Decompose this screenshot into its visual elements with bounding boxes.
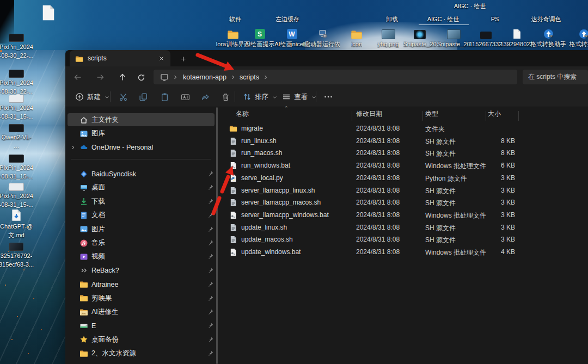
sidebar-item-图片[interactable]: 图片 [65,223,218,236]
desktop-icon-PixPin_2024[interactable]: PixPin_2024-08-31_15-... [0,183,35,208]
address-bar[interactable]: kotaemon-appscripts [154,70,517,84]
view-button[interactable]: 查看 [279,90,320,104]
sidebar-item-E[interactable]: E [65,319,218,332]
file-type: SH 源文件 [425,187,456,196]
tab-close-icon[interactable] [158,55,165,62]
file-row-serve_local.py[interactable]: serve_local.py2024/8/31 8:08Python 源文件3 … [218,172,523,184]
share-button[interactable] [198,90,213,104]
sidebar-item-AI进修生[interactable]: AI进修生 [65,305,218,319]
sidebar-item-ReBack?[interactable]: ReBack? [65,264,218,277]
sidebar-item-视频[interactable]: 视频 [65,250,218,263]
breadcrumb-item-kotaemon-app[interactable]: kotaemon-app [180,72,230,82]
file-row-run_macos.sh[interactable]: run_macos.sh2024/8/31 8:08SH 源文件8 KB [218,147,523,159]
more-options-button[interactable] [320,90,336,104]
cut-button[interactable] [115,90,131,104]
desktop-icon-PixPin_2024[interactable]: PixPin_2024-08-31_15-... [0,95,35,120]
sidebar-item-BaiduSyncdisk[interactable]: BaiduSyncdisk [65,167,218,181]
pin-icon[interactable] [207,170,214,177]
forward-button[interactable] [93,70,107,84]
explorer-content: 主文件夹图库OneDrive - PersonalBaiduSyncdisk桌面… [65,107,588,364]
column-header-size[interactable]: 大小 [488,109,501,119]
file-row-update_linux.sh[interactable]: update_linux.sh2024/8/31 8:08SH 源文件3 KB [218,222,523,234]
pin-icon[interactable] [207,267,214,274]
desktop-icon-325176792-[interactable]: 325176792-815ecf68-3... [0,243,35,268]
desktop-icon-格式转换...[interactable]: ZIP格式转换... [561,27,588,48]
file-size: 3 KB [468,187,515,194]
sidebar-item-音乐[interactable]: 音乐 [65,236,218,250]
sidebar-item-桌面备份[interactable]: 桌面备份 [65,333,218,347]
file-row-run_linux.sh[interactable]: run_linux.sh2024/8/31 8:08SH 源文件8 KB [218,135,523,147]
file-size: 3 KB [468,236,515,243]
breadcrumb-item-scripts[interactable]: scripts [236,72,262,82]
folder-image-icon [79,308,88,317]
pin-icon[interactable] [207,309,214,316]
up-button[interactable] [115,70,130,84]
search-input[interactable]: 在 scripts 中搜索 [523,70,588,84]
pin-icon[interactable] [207,253,214,260]
new-tab-button[interactable] [177,53,189,65]
sidebar-item-文档[interactable]: 文档 [65,208,218,222]
file-row-update_windows.bat[interactable]: update_windows.bat2024/8/31 8:08Windows … [218,246,523,258]
desktop-icon-file[interactable] [30,4,67,21]
back-button[interactable] [71,70,85,84]
plus-icon [180,55,187,63]
copy-button[interactable] [136,90,151,104]
file-date: 2024/8/31 8:08 [356,224,400,231]
videos-icon [79,252,88,261]
file-row-server_llamacpp_macos.sh[interactable]: server_llamacpp_macos.sh2024/8/31 8:08SH… [218,197,523,209]
desktop-icon-PixPin_2024[interactable]: PixPin_2024-08-31_15-... [0,155,35,180]
sidebar-item-OneDrive - Personal[interactable]: OneDrive - Personal [65,141,218,155]
new-icon [75,92,84,101]
sidebar-item-2、水文水资源[interactable]: 2、水文水资源 [65,347,218,360]
delete-button[interactable] [218,90,234,104]
desktop-icon-Qwen2-VL-[interactable]: Qwen2-VL-… [0,124,35,150]
file-row-migrate[interactable]: migrate2024/8/31 8:08文件夹 [218,123,523,135]
pin-icon[interactable] [207,184,214,191]
pin-icon[interactable] [207,226,214,233]
view-icon [282,92,291,101]
sidebar-item-桌面[interactable]: 桌面 [65,181,218,194]
file-type: SH 源文件 [425,137,456,146]
new-button[interactable]: 新建 [72,90,113,104]
sidebar-item-剪映果[interactable]: 剪映果 [65,292,218,305]
desktop-icon-ChatGPT-@[interactable]: ChatGPT-@文.md [0,209,35,239]
pin-icon[interactable] [207,239,214,246]
pin-icon[interactable] [207,295,214,302]
sidebar-item-主文件夹[interactable]: 主文件夹 [65,113,218,127]
pin-icon[interactable] [207,212,214,219]
file-date: 2024/8/31 8:08 [356,187,400,194]
pin-icon[interactable] [207,198,214,205]
desktop-icon-label[interactable]: 左边缓存 [255,16,320,23]
column-header-name[interactable]: 名称 [236,109,249,119]
desktop-icon-PixPin_2024[interactable]: PixPin_2024-08-30_22-... [0,34,35,59]
sidebar-item-Aitrainee[interactable]: Aitrainee [65,277,218,291]
desktop-icon-label[interactable]: 达芬奇调色 [513,16,579,23]
file-row-server_llamacpp_linux.sh[interactable]: server_llamacpp_linux.sh2024/8/31 8:08SH… [218,185,523,197]
pin-icon[interactable] [207,350,214,357]
chevron-right-icon[interactable] [262,74,269,81]
chevron-right-icon[interactable] [230,74,236,81]
column-header-date[interactable]: 修改日期 [356,109,382,119]
rename-button[interactable] [177,90,193,104]
pin-icon[interactable] [207,336,214,343]
desktop-icon-label[interactable]: AIGC · 绘世 [445,3,494,10]
pin-icon[interactable] [207,322,214,329]
expander-chevron-icon[interactable] [70,144,76,151]
column-header-type[interactable]: 类型 [425,109,438,119]
file-size: 6 KB [468,162,515,169]
this-pc-icon[interactable] [160,73,169,82]
desktop-icon-PixPin_2024[interactable]: PixPin_2024-08-30_22-... [0,70,35,95]
pin-icon[interactable] [207,281,214,288]
refresh-button[interactable] [134,70,148,84]
sort-button[interactable]: 排序 [240,90,281,104]
file-date: 2024/8/31 8:08 [356,162,400,169]
paste-button[interactable] [157,90,173,104]
sidebar-item-下载[interactable]: 下载 [65,195,218,208]
file-row-update_macos.sh[interactable]: update_macos.sh2024/8/31 8:08SH 源文件3 KB [218,234,523,246]
file-list: 名称 ⌃ 修改日期 类型 大小 migrate2024/8/31 8:08文件夹… [218,107,588,364]
file-row-server_llamacpp_windows.bat[interactable]: server_llamacpp_windows.bat2024/8/31 8:0… [218,209,523,221]
file-size: 3 KB [468,211,515,219]
tab-scripts[interactable]: scripts [70,50,170,66]
file-row-run_windows.bat[interactable]: run_windows.bat2024/8/31 8:08Windows 批处理… [218,160,523,172]
sidebar-item-图库[interactable]: 图库 [65,127,218,140]
